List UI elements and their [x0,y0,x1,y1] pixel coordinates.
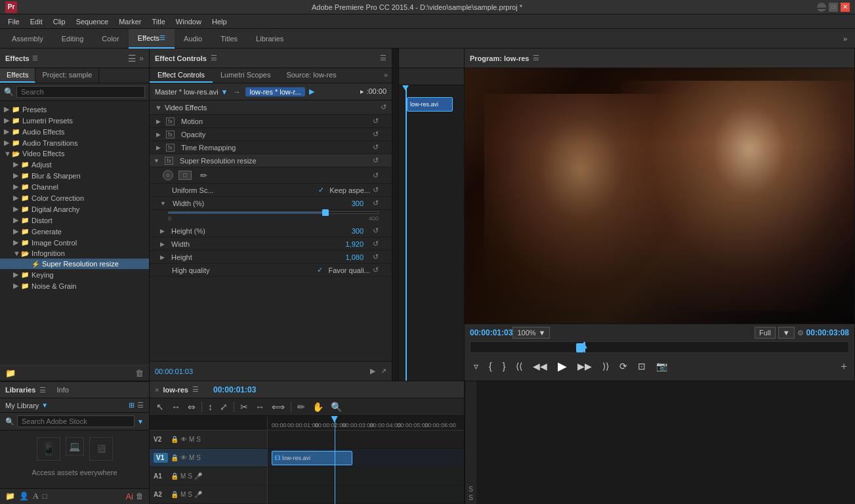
a1-solo-icon[interactable]: S [188,472,192,480]
sequence-menu[interactable]: ☰ [192,385,199,394]
source-clip-dropdown[interactable]: ▶ [309,87,314,96]
pm-mark-clip[interactable]: } [499,359,510,373]
track-row-v2[interactable] [268,430,464,449]
height-pct-reset[interactable]: ↺ [373,226,379,235]
track-row-a2[interactable] [268,486,464,504]
height-px-value[interactable]: 1,080 [345,253,364,261]
pm-quality-dropdown[interactable]: ▼ [778,327,795,339]
opacity-reset[interactable]: ↺ [373,130,379,138]
width-px-value[interactable]: 1,920 [345,240,364,248]
uniform-reset[interactable]: ↺ [373,186,379,194]
tree-item-video-effects[interactable]: ▼ 📂 Video Effects [0,148,149,159]
widthpx-expand[interactable]: ▶ [160,241,165,247]
pm-zoom-dropdown[interactable]: 100% ▼ [512,327,550,339]
width-expand[interactable]: ▼ [160,200,166,207]
tool-hand[interactable]: ✋ [310,400,326,413]
menu-clip[interactable]: Clip [48,18,71,26]
tree-item-keying[interactable]: ▶ 📁 Keying [0,269,149,280]
effects-panel-menu[interactable]: ☰ [128,53,136,64]
ellipse-tool[interactable]: ○ [163,170,173,180]
time-remap-reset[interactable]: ↺ [373,143,379,152]
width-pct-value[interactable]: 300 [352,200,364,207]
width-px-reset[interactable]: ↺ [373,240,379,248]
pm-safe-frame[interactable]: ⊡ [634,359,650,373]
pm-go-prev[interactable]: ⟨⟨ [512,359,526,373]
opacity-expand[interactable]: ▶ [156,131,161,138]
tool-rolling[interactable]: ↕ [205,400,215,413]
tree-item-image-control[interactable]: ▶ 📁 Image Control [0,237,149,248]
height-px-reset[interactable]: ↺ [373,253,379,261]
libraries-info-tab[interactable]: Info [56,386,68,394]
library-dropdown[interactable]: ▼ [41,402,48,409]
width-pct-reset[interactable]: ↺ [373,199,379,207]
a1-lock-icon[interactable]: 🔒 [171,472,178,480]
track-row-a1[interactable] [268,467,464,486]
tree-item-channel[interactable]: ▶ 📁 Channel [0,181,149,192]
new-folder-icon[interactable]: 📁 [5,368,16,378]
pm-quality-label[interactable]: Full [755,327,776,339]
pm-go-next[interactable]: ⟩⟩ [598,359,613,373]
tree-item-digital-anarchy[interactable]: ▶ 📁 Digital Anarchy [0,203,149,215]
tool-pen[interactable]: ✏ [295,400,308,413]
effect-controls-menu[interactable]: ☰ [380,54,386,62]
workspace-tab-assembly[interactable]: Assembly [3,29,52,49]
super-res-expand[interactable]: ▼ [154,158,159,164]
a2-lock-icon[interactable]: 🔒 [171,491,178,498]
tool-ripple[interactable]: ⇔ [185,400,198,413]
tree-item-super-resolution[interactable]: ⚡ Super Resolution resize [0,259,149,269]
menu-marker[interactable]: Marker [114,18,146,26]
scroll-zoom-icon[interactable]: S [469,494,473,501]
pen-tool[interactable]: ✏ [197,170,210,180]
workspace-tab-titles[interactable]: Titles [211,29,247,49]
source-clip-label[interactable]: low-res * low-r... [245,87,304,96]
tree-item-presets[interactable]: ▶ 📁 Presets [0,104,149,115]
rectangle-tool[interactable]: □ [178,171,192,180]
source-dropdown-icon[interactable]: ▼ [221,88,228,96]
text-icon[interactable]: A [33,492,39,501]
pm-mark-in[interactable]: ▿ [470,359,482,373]
timeline-clip-v1[interactable]: 🎞 low-res.avi [272,451,352,465]
tool-zoom[interactable]: 🔍 [328,400,344,413]
workspace-more[interactable]: » [838,32,852,45]
pm-camera[interactable]: 📷 [652,359,671,373]
person-icon[interactable]: 👤 [19,492,29,501]
minimize-button[interactable]: — [817,3,826,12]
effect-controls-settings[interactable]: ☰ [211,54,217,62]
sequence-close[interactable]: × [155,386,159,394]
tree-item-generate[interactable]: ▶ 📁 Generate [0,226,149,237]
heightpx-expand[interactable]: ▶ [160,254,165,261]
scroll-expand-icon[interactable]: S [469,486,473,493]
width-slider-thumb[interactable] [322,209,329,216]
a1-mute-icon[interactable]: M [180,472,186,480]
pm-step-back[interactable]: ◀◀ [529,359,551,373]
workspace-tab-color[interactable]: Color [93,29,128,49]
v1-sync-icon[interactable]: M [189,454,194,461]
menu-edit[interactable]: Edit [25,18,48,26]
pm-settings-icon[interactable]: ⚙ [797,329,804,337]
tree-item-color-correction[interactable]: ▶ 📁 Color Correction [0,192,149,203]
add-folder-icon[interactable]: 📁 [5,492,15,501]
v2-sync-icon[interactable]: M [189,436,194,443]
play-icon[interactable]: ▶ [370,367,375,375]
tab-project[interactable]: Project: sample [35,68,99,83]
video-effects-header[interactable]: ▼ Video Effects ↺ [150,100,392,114]
tool-slip[interactable]: ↔ [253,400,267,413]
a2-solo-icon[interactable]: S [188,491,192,498]
effects-search-input[interactable] [16,86,145,98]
tab-source[interactable]: Source: low-res [278,68,344,83]
a1-mic-icon[interactable]: 🎤 [194,472,202,480]
tree-item-audio-effects[interactable]: ▶ 📁 Audio Effects [0,126,149,137]
program-menu[interactable]: ☰ [533,54,539,62]
icons-reset[interactable]: ↺ [373,171,379,180]
stock-search-input[interactable] [17,415,135,427]
motion-reset[interactable]: ↺ [373,117,379,125]
effects-panel-expand[interactable]: ☰ [32,54,38,62]
list-view-icon[interactable]: ☰ [137,401,144,410]
tool-track-select[interactable]: ↔ [169,400,183,413]
v1-eye-icon[interactable]: 👁 [180,454,187,461]
menu-window[interactable]: Window [171,18,207,26]
delete-icon[interactable]: 🗑 [135,368,144,378]
export-icon[interactable]: ↗ [381,367,386,375]
super-res-reset[interactable]: ↺ [373,156,379,165]
pm-timeline-strip[interactable] [470,341,849,353]
